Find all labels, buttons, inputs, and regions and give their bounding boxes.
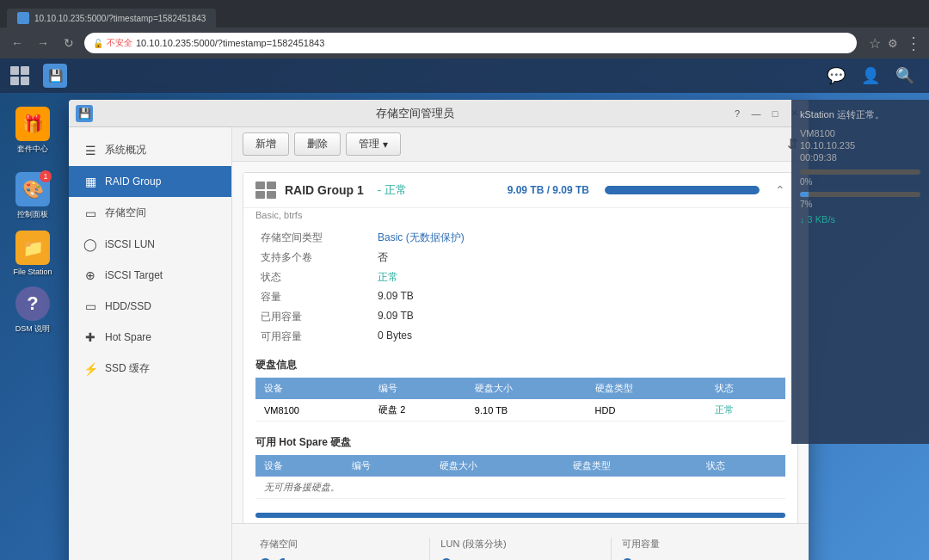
right-panel-bar1-label: 0% [800, 177, 812, 187]
disk-table-header-row: 设备 编号 硬盘大小 硬盘类型 状态 [255, 378, 785, 399]
suite-center-img: 🎁 [22, 114, 44, 134]
hot-spare-icon: ✚ [83, 330, 98, 344]
sidebar-item-storage[interactable]: ▭ 存储空间 [69, 197, 231, 229]
multi-volume-label: 支持多个卷 [261, 250, 364, 265]
sidebar-item-hot-spare[interactable]: ✚ Hot Spare [69, 322, 231, 353]
sidebar-item-overview[interactable]: ☰ 系统概况 [69, 134, 231, 166]
summary-lun-label: LUN (段落分块) [440, 538, 600, 551]
raid-group-title: RAID Group 1 [285, 183, 364, 197]
active-tab[interactable]: 10.10.10.235:5000/?timestamp=1582451843 [7, 9, 216, 28]
star-icon[interactable]: ☆ [869, 35, 881, 52]
summary-available-value-row: 0 Bytes [622, 554, 781, 560]
raid-card-icon [255, 182, 276, 199]
raid-icon: ▦ [83, 175, 98, 188]
available-label: 可用容量 [261, 329, 364, 344]
disk-table-head: 设备 编号 硬盘大小 硬盘类型 状态 [255, 378, 785, 399]
raid-chevron-icon[interactable]: ⌃ [775, 183, 785, 197]
disk-info-section: 硬盘信息 设备 编号 硬盘大小 硬盘类型 状态 [243, 354, 797, 432]
disk-row-size: 9.10 TB [466, 399, 587, 422]
summary-available-label: 可用容量 [622, 538, 781, 551]
menu-icon[interactable]: ⋮ [905, 33, 922, 53]
address-bar[interactable]: 🔓 不安全 10.10.10.235:5000/?timestamp=15824… [84, 33, 857, 53]
sidebar-iscsi-lun-label: iSCSI LUN [105, 238, 155, 250]
forward-button[interactable]: → [33, 33, 53, 53]
new-button[interactable]: 新增 [243, 132, 289, 156]
extensions-icon[interactable]: ⚙ [888, 37, 898, 50]
sidebar: ☰ 系统概况 ▦ RAID Group ▭ 存储空间 ◯ iSCSI LUN ⊕ [69, 127, 232, 560]
back-button[interactable]: ← [7, 33, 28, 53]
hotspare-section: 可用 Hot Spare 硬盘 设备 编号 硬盘大小 硬盘类型 状态 [243, 432, 797, 509]
iscsi-target-icon: ⊕ [83, 268, 98, 282]
chat-icon[interactable]: 💬 [822, 62, 850, 89]
browser-tabs: 10.10.10.235:5000/?timestamp=1582451843 [0, 0, 929, 28]
sidebar-item-ssd-cache[interactable]: ⚡ SSD 缓存 [69, 353, 231, 385]
summary-available: 可用容量 0 Bytes [611, 538, 791, 560]
disk-col-type: 硬盘类型 [587, 378, 707, 399]
right-panel-speed: ↓ 3 KB/s [800, 214, 920, 225]
raid-progress-fill [605, 186, 760, 194]
minimize-button[interactable]: — [748, 106, 764, 121]
control-panel-img: 🎨 [22, 179, 44, 200]
overview-icon: ☰ [83, 144, 98, 157]
used-value: 9.09 TB [378, 310, 780, 324]
available-value: 0 Bytes [378, 329, 780, 344]
control-panel-icon[interactable]: 🎨 1 控制面板 [7, 172, 58, 220]
control-panel-label: 控制面板 [17, 209, 48, 220]
summary-lun-value: 0 [440, 554, 452, 560]
window-title: 存储空间管理员 [100, 106, 729, 121]
storage-type-label: 存储空间类型 [261, 231, 364, 245]
search-topbar-icon[interactable]: 🔍 [891, 62, 919, 89]
sidebar-item-iscsi-target[interactable]: ⊕ iSCSI Target [69, 260, 231, 291]
help-button[interactable]: ? [729, 106, 745, 121]
summary-lun-value-row: 0 Bytes [440, 554, 600, 560]
hotspare-title: 可用 Hot Spare 硬盘 [255, 432, 785, 450]
disk-col-status: 状态 [706, 378, 785, 399]
summary-bar: 存储空间 9.1 TB LUN (段落分块) 0 Bytes [232, 523, 809, 560]
sidebar-item-hdd-ssd[interactable]: ▭ HDD/SSD [69, 291, 231, 322]
manage-button[interactable]: 管理 ▾ [346, 132, 401, 156]
content-scroll: RAID Group 1 - 正常 9.09 TB / 9.09 TB ⌃ Ba… [232, 162, 809, 523]
dsm-help-label: DSM 说明 [15, 323, 51, 335]
dsm-help-icon[interactable]: ? DSM 说明 [7, 286, 58, 335]
right-panel-bar2: 7% [800, 192, 920, 209]
apps-grid-icon[interactable] [10, 66, 29, 85]
raid-card: RAID Group 1 - 正常 9.09 TB / 9.09 TB ⌃ Ba… [243, 172, 798, 523]
disk-info-title: 硬盘信息 [255, 354, 785, 372]
sidebar-item-raid[interactable]: ▦ RAID Group [69, 166, 231, 197]
bottom-progress-bar [255, 513, 785, 518]
disk-table: 设备 编号 硬盘大小 硬盘类型 状态 VM8100 [255, 378, 785, 422]
reload-button[interactable]: ↻ [58, 33, 79, 53]
window-titlebar: 💾 存储空间管理员 ? — □ ✕ [69, 100, 809, 127]
summary-storage-value-row: 9.1 TB [260, 554, 419, 560]
hotspare-empty-row: 无可用备援硬盘。 [255, 477, 785, 499]
browser-chrome: 10.10.10.235:5000/?timestamp=1582451843 … [0, 0, 929, 58]
sidebar-iscsi-target-label: iSCSI Target [105, 269, 163, 281]
toolbar: 新增 删除 管理 ▾ ⇵ [232, 127, 809, 162]
sidebar-item-iscsi-lun[interactable]: ◯ iSCSI LUN [69, 229, 231, 260]
disk-row-device: VM8100 [255, 399, 370, 422]
multi-volume-value: 否 [378, 250, 780, 265]
disk-col-size: 硬盘大小 [466, 378, 587, 399]
manage-arrow-icon: ▾ [383, 138, 388, 151]
storage-type-value: Basic (无数据保护) [378, 231, 780, 245]
right-panel: kStation 运转正常。 VM8100 10.10.10.235 00:09… [791, 100, 929, 444]
hotspare-col-type: 硬盘类型 [564, 455, 698, 477]
file-station-label: File Station [13, 268, 52, 276]
hotspare-header-row: 设备 编号 硬盘大小 硬盘类型 状态 [255, 455, 785, 477]
suite-center-icon[interactable]: 🎁 套件中心 [7, 107, 58, 155]
storage-manager-topbar-icon: 💾 [43, 64, 67, 88]
storage-icon: ▭ [83, 206, 98, 220]
browser-toolbar: ← → ↻ 🔓 不安全 10.10.10.235:5000/?timestamp… [0, 28, 929, 58]
summary-storage-value: 9.1 [260, 554, 288, 560]
hotspare-table-head: 设备 编号 硬盘大小 硬盘类型 状态 [255, 455, 785, 477]
maximize-button[interactable]: □ [767, 106, 783, 121]
content-area: 新增 删除 管理 ▾ ⇵ [232, 127, 809, 560]
right-panel-ip: 10.10.10.235 [800, 140, 920, 151]
delete-button[interactable]: 删除 [294, 132, 341, 156]
file-station-icon[interactable]: 📁 File Station [7, 231, 58, 276]
storage-manager-window: 💾 存储空间管理员 ? — □ ✕ ☰ 系统概况 ▦ RAID Group [69, 100, 809, 560]
desktop-icons-area: 🎁 套件中心 🎨 1 控制面板 📁 File Station ? DSM 说明 [0, 100, 65, 342]
user-icon[interactable]: 👤 [857, 62, 884, 89]
hotspare-table-body: 无可用备援硬盘。 [255, 477, 785, 499]
disk-col-number: 编号 [370, 378, 466, 399]
